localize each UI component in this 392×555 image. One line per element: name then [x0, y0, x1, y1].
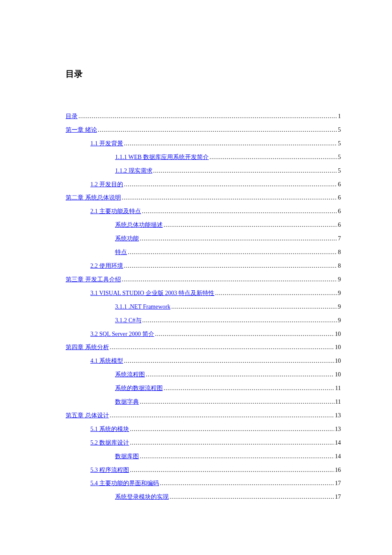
toc-link[interactable]: 3.1.1 .NET Framework — [115, 300, 170, 314]
toc-page-number: 5 — [338, 164, 341, 178]
toc-page-number: 14 — [335, 450, 341, 463]
toc-entry: 系统的数据流程图11 — [66, 382, 341, 395]
toc-entry: 3.1 VISUAL STUDIO 企业版 2003 特点及新特性9 — [66, 286, 341, 300]
toc-link[interactable]: 2.2 使用环境 — [90, 259, 123, 273]
toc-leader-dots — [130, 463, 334, 477]
toc-entry: 系统登录模块的实现17 — [66, 490, 341, 504]
toc-link[interactable]: 系统登录模块的实现 — [115, 490, 169, 504]
toc-entry: 3.1.1 .NET Framework9 — [66, 300, 341, 314]
toc-link[interactable]: 5.3 程序流程图 — [90, 463, 129, 477]
toc-page-number: 1 — [338, 110, 341, 123]
toc-leader-dots — [110, 341, 334, 354]
toc-entry: 5.1 系统的模块13 — [66, 422, 341, 436]
toc-page-number: 10 — [335, 341, 341, 354]
toc-link[interactable]: 3.2 SQL Server 2000 简介 — [90, 327, 154, 341]
toc-link[interactable]: 5.4 主要功能的界面和编码 — [90, 477, 159, 490]
toc-entry: 数据库图14 — [66, 450, 341, 463]
toc-link[interactable]: 3.1.2 C#与 — [115, 314, 141, 327]
toc-page-number: 9 — [338, 300, 341, 314]
toc-page-number: 11 — [335, 382, 341, 395]
toc-entry: 5.4 主要功能的界面和编码17 — [66, 477, 341, 490]
toc-entry: 1.1.2 现实需求5 — [66, 164, 341, 178]
toc-leader-dots — [124, 137, 337, 150]
toc-leader-dots — [142, 314, 337, 327]
toc-leader-dots — [140, 450, 334, 463]
toc-page-number: 8 — [338, 246, 341, 259]
toc-link[interactable]: 第四章 系统分析 — [66, 341, 109, 354]
toc-link[interactable]: 4.1 系统模型 — [90, 354, 123, 368]
toc-entry: 目录1 — [66, 110, 341, 123]
toc-link[interactable]: 1.1.2 现实需求 — [115, 164, 153, 178]
toc-link[interactable]: 5.2 数据库设计 — [90, 436, 129, 450]
toc-entry: 4.1 系统模型10 — [66, 354, 341, 368]
toc-leader-dots — [164, 218, 337, 232]
toc-leader-dots — [124, 178, 337, 191]
toc-link[interactable]: 2.1 主要功能及特点 — [90, 205, 141, 218]
toc-entry: 数据字典11 — [66, 395, 341, 409]
toc-leader-dots — [122, 273, 337, 286]
toc-entry: 1.1.1 WEB 数据库应用系统开发简介5 — [66, 150, 341, 164]
toc-link[interactable]: 系统流程图 — [115, 368, 145, 382]
toc-entry: 第三章 开发工具介绍9 — [66, 273, 341, 286]
toc-link[interactable]: 系统的数据流程图 — [115, 382, 163, 395]
toc-entry: 5.3 程序流程图16 — [66, 463, 341, 477]
toc-page-number: 6 — [338, 191, 341, 205]
toc-entry: 第五章 总体设计13 — [66, 409, 341, 422]
toc-entry: 第一章 绪论5 — [66, 123, 341, 137]
toc-link[interactable]: 3.1 VISUAL STUDIO 企业版 2003 特点及新特性 — [90, 286, 214, 300]
toc-leader-dots — [124, 354, 334, 368]
toc-link[interactable]: 数据库图 — [115, 450, 139, 463]
toc-leader-dots — [153, 164, 337, 178]
toc-leader-dots — [110, 409, 334, 422]
toc-link[interactable]: 1.1 开发背景 — [90, 137, 123, 150]
toc-entry: 第四章 系统分析10 — [66, 341, 341, 354]
toc-leader-dots — [170, 490, 334, 504]
toc-link[interactable]: 系统总体功能描述 — [115, 218, 163, 232]
toc-link[interactable]: 第五章 总体设计 — [66, 409, 109, 422]
toc-list: 目录1第一章 绪论51.1 开发背景51.1.1 WEB 数据库应用系统开发简介… — [66, 110, 341, 504]
toc-leader-dots — [142, 205, 337, 218]
toc-leader-dots — [128, 246, 337, 259]
toc-leader-dots — [215, 286, 337, 300]
toc-page-number: 10 — [335, 368, 341, 382]
toc-link[interactable]: 第二章 系统总体说明 — [66, 191, 121, 205]
toc-page-number: 17 — [335, 490, 341, 504]
toc-entry: 系统流程图10 — [66, 368, 341, 382]
toc-page-number: 13 — [335, 409, 341, 422]
toc-page-number: 11 — [335, 395, 341, 409]
toc-entry: 第二章 系统总体说明6 — [66, 191, 341, 205]
toc-entry: 1.1 开发背景5 — [66, 137, 341, 150]
toc-page-number: 16 — [335, 463, 341, 477]
toc-page-number: 5 — [338, 123, 341, 137]
toc-entry: 3.2 SQL Server 2000 简介10 — [66, 327, 341, 341]
toc-entry: 3.1.2 C#与9 — [66, 314, 341, 327]
toc-link[interactable]: 特点 — [115, 246, 127, 259]
toc-link[interactable]: 1.1.1 WEB 数据库应用系统开发简介 — [115, 150, 209, 164]
toc-link[interactable]: 系统功能 — [115, 232, 139, 246]
page-title: 目录 — [66, 68, 341, 80]
toc-page-number: 9 — [338, 286, 341, 300]
toc-link[interactable]: 1.2 开发目的 — [90, 178, 123, 191]
toc-entry: 1.2 开发目的6 — [66, 178, 341, 191]
toc-link[interactable]: 目录 — [66, 110, 78, 123]
toc-page-number: 6 — [338, 205, 341, 218]
toc-entry: 2.2 使用环境8 — [66, 259, 341, 273]
toc-entry: 系统总体功能描述6 — [66, 218, 341, 232]
toc-leader-dots — [171, 300, 337, 314]
toc-leader-dots — [146, 368, 334, 382]
toc-leader-dots — [210, 150, 337, 164]
toc-leader-dots — [98, 123, 337, 137]
toc-page-number: 9 — [338, 273, 341, 286]
toc-leader-dots — [140, 232, 337, 246]
toc-link[interactable]: 5.1 系统的模块 — [90, 422, 129, 436]
toc-entry: 系统功能7 — [66, 232, 341, 246]
toc-leader-dots — [130, 436, 334, 450]
toc-link[interactable]: 第一章 绪论 — [66, 123, 97, 137]
toc-page-number: 6 — [338, 218, 341, 232]
toc-page-number: 10 — [335, 327, 341, 341]
toc-page-number: 5 — [338, 137, 341, 150]
toc-leader-dots — [160, 477, 334, 490]
toc-leader-dots — [164, 382, 334, 395]
toc-link[interactable]: 数据字典 — [115, 395, 139, 409]
toc-link[interactable]: 第三章 开发工具介绍 — [66, 273, 121, 286]
